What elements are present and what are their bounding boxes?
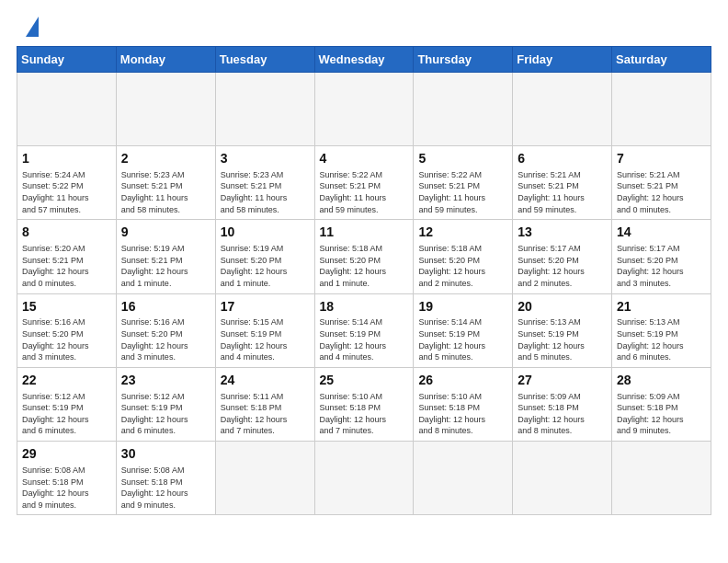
day-number: 8	[22, 224, 111, 241]
day-number: 17	[221, 298, 310, 316]
cell-line: and 3 minutes.	[617, 278, 706, 290]
cell-line: Sunset: 5:19 PM	[22, 402, 111, 414]
cell-line: Sunrise: 5:18 AM	[320, 243, 409, 255]
cell-line: Sunset: 5:19 PM	[121, 402, 210, 414]
cell-line: Sunset: 5:20 PM	[22, 328, 111, 340]
calendar-cell: 7Sunrise: 5:21 AMSunset: 5:21 PMDaylight…	[612, 146, 711, 220]
day-number: 30	[121, 445, 210, 463]
cell-line: Sunrise: 5:17 AM	[518, 243, 607, 255]
cell-line: Daylight: 12 hours	[617, 340, 706, 352]
day-number: 18	[320, 298, 409, 316]
calendar-cell	[17, 73, 117, 146]
calendar-cell: 9Sunrise: 5:19 AMSunset: 5:21 PMDaylight…	[116, 220, 215, 293]
day-number: 1	[22, 150, 111, 167]
page: SundayMondayTuesdayWednesdayThursdayFrid…	[0, 0, 728, 563]
weekday-header-monday: Monday	[116, 47, 215, 73]
cell-line: Sunrise: 5:13 AM	[518, 316, 607, 328]
day-number: 29	[22, 445, 111, 463]
day-number: 4	[320, 150, 409, 167]
cell-line: and 6 minutes.	[617, 351, 706, 363]
calendar-cell: 23Sunrise: 5:12 AMSunset: 5:19 PMDayligh…	[116, 367, 215, 441]
cell-line: Sunset: 5:19 PM	[418, 328, 507, 340]
calendar-cell: 29Sunrise: 5:08 AMSunset: 5:18 PMDayligh…	[17, 442, 117, 515]
day-number: 14	[617, 224, 706, 241]
cell-line: and 7 minutes.	[221, 425, 310, 437]
cell-line: Daylight: 12 hours	[518, 266, 607, 278]
cell-line: Sunset: 5:20 PM	[221, 255, 310, 267]
weekday-header-tuesday: Tuesday	[215, 47, 314, 73]
cell-line: Sunrise: 5:19 AM	[221, 243, 310, 255]
cell-line: Sunrise: 5:10 AM	[418, 391, 507, 403]
day-number: 9	[121, 224, 210, 241]
cell-line: Daylight: 12 hours	[221, 340, 310, 352]
calendar-cell: 19Sunrise: 5:14 AMSunset: 5:19 PMDayligh…	[414, 293, 513, 367]
cell-line: and 59 minutes.	[518, 204, 607, 216]
cell-line: Sunset: 5:18 PM	[121, 477, 210, 488]
cell-line: Sunset: 5:22 PM	[22, 180, 111, 192]
cell-line: and 6 minutes.	[121, 425, 210, 437]
cell-line: Daylight: 11 hours	[22, 192, 111, 204]
cell-line: Sunset: 5:18 PM	[418, 402, 507, 414]
calendar-cell: 21Sunrise: 5:13 AMSunset: 5:19 PMDayligh…	[612, 293, 711, 367]
cell-line: Daylight: 12 hours	[221, 266, 310, 278]
calendar-cell	[612, 73, 711, 146]
cell-line: Daylight: 11 hours	[320, 192, 409, 204]
cell-line: and 57 minutes.	[22, 204, 111, 216]
cell-line: and 9 minutes.	[617, 425, 706, 437]
cell-line: and 3 minutes.	[22, 351, 111, 363]
cell-line: Sunset: 5:18 PM	[221, 402, 310, 414]
cell-line: Sunset: 5:21 PM	[121, 180, 210, 192]
cell-line: Sunrise: 5:18 AM	[418, 243, 507, 255]
day-number: 16	[121, 298, 210, 316]
cell-line: Daylight: 12 hours	[418, 414, 507, 426]
day-number: 25	[320, 372, 409, 389]
cell-line: Daylight: 12 hours	[320, 414, 409, 426]
calendar-cell: 14Sunrise: 5:17 AMSunset: 5:20 PMDayligh…	[612, 220, 711, 293]
calendar-row-2: 8Sunrise: 5:20 AMSunset: 5:21 PMDaylight…	[17, 220, 711, 293]
cell-line: Sunrise: 5:19 AM	[121, 243, 210, 255]
cell-line: Sunrise: 5:15 AM	[221, 316, 310, 328]
cell-line: Daylight: 12 hours	[121, 414, 210, 426]
calendar-cell: 27Sunrise: 5:09 AMSunset: 5:18 PMDayligh…	[513, 367, 612, 441]
weekday-header-row: SundayMondayTuesdayWednesdayThursdayFrid…	[17, 47, 711, 73]
cell-line: Daylight: 12 hours	[617, 192, 706, 204]
cell-line: Sunset: 5:19 PM	[320, 328, 409, 340]
calendar-row-4: 22Sunrise: 5:12 AMSunset: 5:19 PMDayligh…	[17, 367, 711, 441]
cell-line: and 59 minutes.	[320, 204, 409, 216]
weekday-header-sunday: Sunday	[17, 47, 117, 73]
cell-line: Daylight: 12 hours	[518, 414, 607, 426]
calendar-cell: 10Sunrise: 5:19 AMSunset: 5:20 PMDayligh…	[215, 220, 314, 293]
cell-line: and 7 minutes.	[320, 425, 409, 437]
cell-line: and 4 minutes.	[320, 351, 409, 363]
cell-line: Sunrise: 5:12 AM	[22, 391, 111, 403]
cell-line: Sunset: 5:21 PM	[22, 255, 111, 267]
cell-line: and 5 minutes.	[518, 351, 607, 363]
cell-line: Sunset: 5:21 PM	[221, 180, 310, 192]
cell-line: and 2 minutes.	[418, 278, 507, 290]
cell-line: Daylight: 12 hours	[121, 488, 210, 500]
cell-line: Daylight: 11 hours	[121, 192, 210, 204]
cell-line: Daylight: 12 hours	[617, 414, 706, 426]
cell-line: Sunset: 5:20 PM	[121, 328, 210, 340]
cell-line: Sunrise: 5:09 AM	[617, 391, 706, 403]
cell-line: Sunset: 5:21 PM	[418, 180, 507, 192]
day-number: 3	[221, 150, 310, 167]
cell-line: Daylight: 12 hours	[22, 414, 111, 426]
cell-line: Sunrise: 5:09 AM	[518, 391, 607, 403]
cell-line: Daylight: 12 hours	[22, 340, 111, 352]
logo-triangle-icon	[26, 17, 39, 37]
cell-line: and 8 minutes.	[518, 425, 607, 437]
cell-line: Sunset: 5:21 PM	[121, 255, 210, 267]
cell-line: and 4 minutes.	[221, 351, 310, 363]
cell-line: and 0 minutes.	[22, 278, 111, 290]
weekday-header-friday: Friday	[513, 47, 612, 73]
cell-line: Sunset: 5:19 PM	[518, 328, 607, 340]
cell-line: Daylight: 12 hours	[320, 266, 409, 278]
calendar-cell: 5Sunrise: 5:22 AMSunset: 5:21 PMDaylight…	[414, 146, 513, 220]
calendar-cell: 12Sunrise: 5:18 AMSunset: 5:20 PMDayligh…	[414, 220, 513, 293]
day-number: 23	[121, 372, 210, 389]
calendar-cell	[314, 73, 414, 146]
cell-line: Sunrise: 5:08 AM	[22, 465, 111, 477]
day-number: 26	[418, 372, 507, 389]
cell-line: Sunrise: 5:23 AM	[121, 169, 210, 181]
